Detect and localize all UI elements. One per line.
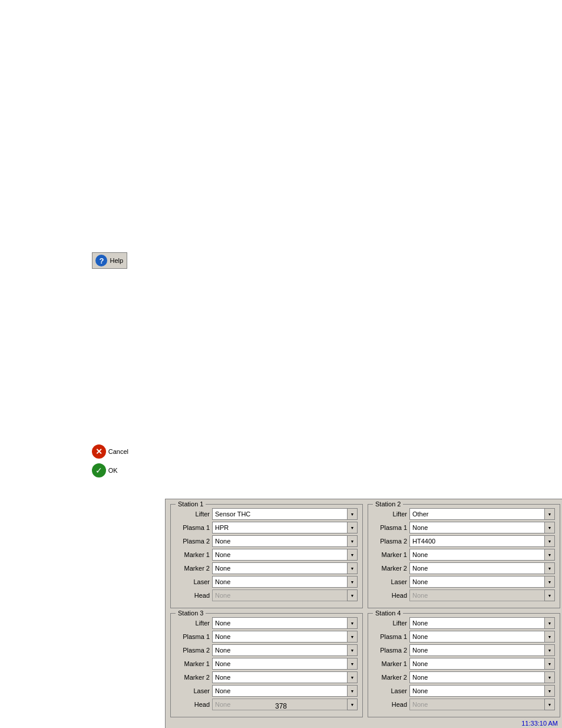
station1-lifter-wrapper[interactable]: Sensor THC None HPR HT4400 Other [212,508,358,520]
station4-plasma1-wrapper[interactable]: None [409,631,555,643]
station2-lifter-label: Lifter [373,510,407,518]
station4-marker1-select[interactable]: None [409,658,555,670]
station1-plasma1-wrapper[interactable]: HPR None HT4400 Other [212,522,358,533]
station2-box: Station 2 Lifter Other None Sensor THC H… [368,504,560,608]
station2-marker1-select[interactable]: None [409,549,555,561]
station4-lifter-row: Lifter None [373,617,555,629]
station4-plasma1-row: Plasma 1 None [373,631,555,643]
station1-laser-select[interactable]: None [212,576,358,588]
station3-marker2-label: Marker 2 [176,674,210,681]
station4-lifter-select[interactable]: None [409,617,555,629]
station4-plasma1-label: Plasma 1 [373,633,407,640]
station4-marker2-row: Marker 2 None [373,671,555,683]
station2-laser-wrapper[interactable]: None [409,576,555,588]
station1-marker1-wrapper[interactable]: None [212,549,358,561]
station2-marker2-select[interactable]: None [409,562,555,574]
station2-plasma1-select[interactable]: None HPR HT4400 [409,522,555,533]
station1-lifter-select[interactable]: Sensor THC None HPR HT4400 Other [212,508,358,520]
station1-plasma2-select[interactable]: None HPR HT4400 Other [212,535,358,547]
help-label: Help [110,257,123,264]
station4-laser-select[interactable]: None [409,685,555,697]
station2-marker2-row: Marker 2 None [373,562,555,574]
station2-head-select: None [409,589,555,601]
station3-marker1-label: Marker 1 [176,660,210,667]
station3-marker1-wrapper[interactable]: None [212,658,358,670]
station2-marker1-wrapper[interactable]: None [409,549,555,561]
station1-marker1-row: Marker 1 None [176,549,358,561]
station2-legend: Station 2 [373,500,403,508]
station3-marker2-select[interactable]: None [212,671,358,683]
station3-plasma1-wrapper[interactable]: None [212,631,358,643]
station3-laser-wrapper[interactable]: None [212,685,358,697]
station3-lifter-wrapper[interactable]: None Sensor THC Other [212,617,358,629]
station2-lifter-wrapper[interactable]: Other None Sensor THC HPR [409,508,555,520]
station3-plasma2-label: Plasma 2 [176,647,210,654]
cancel-button[interactable]: ✕ Cancel [92,444,128,459]
station3-marker2-wrapper[interactable]: None [212,671,358,683]
station3-plasma1-label: Plasma 1 [176,633,210,640]
station4-plasma2-select[interactable]: None [409,644,555,656]
station4-lifter-label: Lifter [373,620,407,627]
station2-marker1-row: Marker 1 None [373,549,555,561]
station4-head-row: Head None [373,699,555,710]
station2-marker1-label: Marker 1 [373,551,407,558]
cancel-icon: ✕ [92,444,106,459]
station1-plasma2-row: Plasma 2 None HPR HT4400 Other [176,535,358,547]
station3-marker1-select[interactable]: None [212,658,358,670]
station1-plasma2-label: Plasma 2 [176,538,210,545]
station3-marker1-row: Marker 1 None [176,658,358,670]
station2-plasma2-wrapper[interactable]: HT4400 None HPR [409,535,555,547]
station1-head-label: Head [176,592,210,599]
ok-label: OK [108,467,118,474]
help-button[interactable]: ? Help [92,252,127,269]
ok-icon: ✓ [92,463,106,477]
station2-marker2-wrapper[interactable]: None [409,562,555,574]
station4-laser-wrapper[interactable]: None [409,685,555,697]
station4-head-select: None [409,699,555,710]
station2-plasma2-select[interactable]: HT4400 None HPR [409,535,555,547]
station1-plasma2-wrapper[interactable]: None HPR HT4400 Other [212,535,358,547]
station4-marker2-label: Marker 2 [373,674,407,681]
station3-lifter-select[interactable]: None Sensor THC Other [212,617,358,629]
station4-marker2-select[interactable]: None [409,671,555,683]
station2-lifter-select[interactable]: Other None Sensor THC HPR [409,508,555,520]
station1-marker2-wrapper[interactable]: None [212,562,358,574]
station3-plasma1-row: Plasma 1 None [176,631,358,643]
station1-plasma1-row: Plasma 1 HPR None HT4400 Other [176,522,358,533]
station4-lifter-wrapper[interactable]: None [409,617,555,629]
station3-plasma2-row: Plasma 2 None [176,644,358,656]
station1-marker1-select[interactable]: None [212,549,358,561]
station3-laser-select[interactable]: None [212,685,358,697]
station1-box: Station 1 Lifter Sensor THC None HPR HT4… [170,504,363,608]
station2-plasma1-label: Plasma 1 [373,524,407,531]
station4-plasma2-label: Plasma 2 [373,647,407,654]
station2-plasma2-label: Plasma 2 [373,538,407,545]
station3-head-label: Head [176,701,210,708]
station3-plasma2-select[interactable]: None [212,644,358,656]
station1-marker2-row: Marker 2 None [176,562,358,574]
station3-box: Station 3 Lifter None Sensor THC Other [170,613,363,717]
station1-plasma1-select[interactable]: HPR None HT4400 Other [212,522,358,533]
station4-marker1-label: Marker 1 [373,660,407,667]
station1-laser-row: Laser None [176,576,358,588]
station4-legend: Station 4 [373,610,403,617]
station1-head-wrapper: None [212,589,358,601]
station1-head-row: Head None [176,589,358,601]
station2-laser-row: Laser None [373,576,555,588]
station4-plasma2-wrapper[interactable]: None [409,644,555,656]
station4-plasma2-row: Plasma 2 None [373,644,555,656]
station3-plasma1-select[interactable]: None [212,631,358,643]
station1-laser-wrapper[interactable]: None [212,576,358,588]
station3-plasma2-wrapper[interactable]: None [212,644,358,656]
station4-marker2-wrapper[interactable]: None [409,671,555,683]
cancel-label: Cancel [108,448,128,455]
station1-marker2-select[interactable]: None [212,562,358,574]
station4-marker1-wrapper[interactable]: None [409,658,555,670]
ok-button[interactable]: ✓ OK [92,463,118,477]
station2-head-label: Head [373,592,407,599]
help-icon: ? [95,255,107,266]
station2-laser-label: Laser [373,578,407,585]
station4-plasma1-select[interactable]: None [409,631,555,643]
station2-plasma1-wrapper[interactable]: None HPR HT4400 [409,522,555,533]
station2-laser-select[interactable]: None [409,576,555,588]
